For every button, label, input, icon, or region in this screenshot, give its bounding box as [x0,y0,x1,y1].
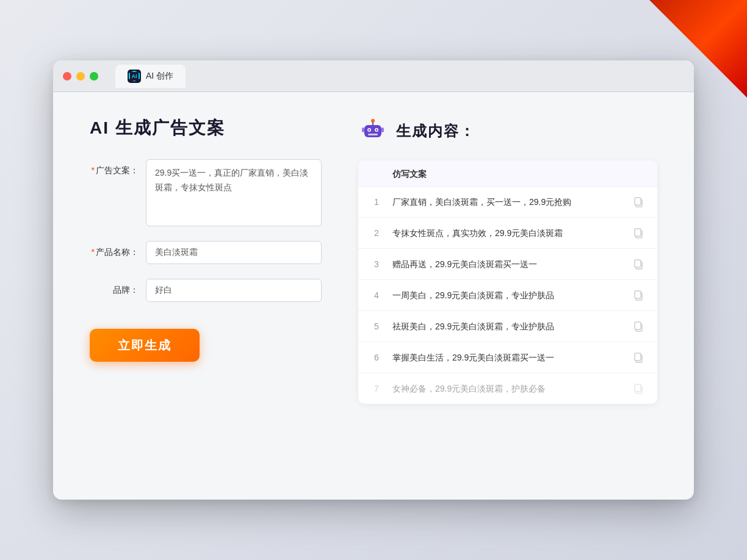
svg-rect-9 [381,127,384,132]
svg-rect-19 [635,322,641,329]
tab-label: AI 创作 [146,71,173,82]
result-number: 7 [370,384,383,393]
product-name-input[interactable] [146,241,322,264]
copy-button[interactable] [632,351,645,364]
svg-rect-8 [362,127,364,132]
product-name-group: *产品名称： [90,241,322,264]
right-panel: 生成内容： 仿写文案 1厂家直销，美白淡斑霜，买一送一，29.9元抢购 2专抹女… [358,117,657,475]
svg-rect-17 [635,291,641,298]
tab-bar: AI AI 创作 [115,65,186,88]
column-header: 仿写文案 [392,169,427,180]
result-text: 祛斑美白，29.9元美白淡斑霜，专业护肤品 [392,320,622,333]
svg-point-7 [371,119,375,123]
result-text: 厂家直销，美白淡斑霜，买一送一，29.9元抢购 [392,196,622,209]
copy-button[interactable] [632,289,645,302]
copy-button[interactable] [632,226,645,240]
copy-button[interactable] [632,320,645,333]
traffic-light-close[interactable] [63,72,71,81]
table-row: 7女神必备，29.9元美白淡斑霜，护肤必备 [358,373,657,404]
brand-input[interactable] [146,279,322,302]
result-number: 5 [370,321,383,331]
tab-ai-creation[interactable]: AI AI 创作 [115,65,186,88]
result-text: 女神必备，29.9元美白淡斑霜，护肤必备 [392,382,622,395]
tab-ai-icon: AI [128,70,141,83]
result-text: 赠品再送，29.9元美白淡斑霜买一送一 [392,258,622,271]
results-list: 1厂家直销，美白淡斑霜，买一送一，29.9元抢购 2专抹女性斑点，真实功效，29… [358,187,657,404]
product-name-label: *产品名称： [90,241,139,258]
copy-button[interactable] [632,257,645,271]
robot-icon [358,117,388,146]
generate-button[interactable]: 立即生成 [90,329,200,362]
table-row: 6掌握美白生活，29.9元美白淡斑霜买一送一 [358,342,657,373]
left-panel: AI 生成广告文案 *广告文案： *产品名称： 品牌： 立即生成 [90,117,322,475]
table-row: 2专抹女性斑点，真实功效，29.9元美白淡斑霜 [358,218,657,249]
results-container: 仿写文案 1厂家直销，美白淡斑霜，买一送一，29.9元抢购 2专抹女性斑点，真实… [358,160,657,404]
result-number: 3 [370,259,383,269]
svg-rect-23 [635,384,641,392]
traffic-light-minimize[interactable] [76,72,85,81]
ad-copy-group: *广告文案： [90,159,322,226]
copy-button[interactable] [632,195,645,209]
traffic-lights [63,72,98,81]
table-row: 1厂家直销，美白淡斑霜，买一送一，29.9元抢购 [358,187,657,218]
result-number: 4 [370,290,383,300]
right-title: 生成内容： [396,121,475,141]
result-number: 2 [370,228,383,238]
result-text: 专抹女性斑点，真实功效，29.9元美白淡斑霜 [392,227,622,240]
copy-button[interactable] [632,382,645,395]
result-number: 1 [370,197,383,207]
result-text: 一周美白，29.9元美白淡斑霜，专业护肤品 [392,289,622,302]
browser-window: AI AI 创作 AI 生成广告文案 *广告文案： *产品名称： [53,60,694,500]
ad-copy-label: *广告文案： [90,159,139,176]
page-title: AI 生成广告文案 [90,117,322,140]
svg-rect-13 [635,229,641,236]
brand-label: 品牌： [90,279,139,296]
table-row: 5祛斑美白，29.9元美白淡斑霜，专业护肤品 [358,311,657,342]
main-content: AI 生成广告文案 *广告文案： *产品名称： 品牌： 立即生成 [53,92,694,500]
right-header: 生成内容： [358,117,657,146]
traffic-light-maximize[interactable] [90,72,98,81]
svg-rect-21 [635,353,641,361]
browser-chrome: AI AI 创作 [53,60,694,92]
svg-rect-5 [368,134,378,135]
result-number: 6 [370,353,383,362]
brand-group: 品牌： [90,279,322,302]
svg-point-4 [376,129,378,131]
result-text: 掌握美白生活，29.9元美白淡斑霜买一送一 [392,351,622,364]
results-header-row: 仿写文案 [358,160,657,187]
table-row: 4一周美白，29.9元美白淡斑霜，专业护肤品 [358,280,657,311]
svg-rect-11 [635,198,641,205]
table-row: 3赠品再送，29.9元美白淡斑霜买一送一 [358,249,657,280]
svg-point-3 [369,129,370,131]
ad-copy-textarea[interactable] [146,159,322,226]
svg-rect-15 [635,260,641,267]
